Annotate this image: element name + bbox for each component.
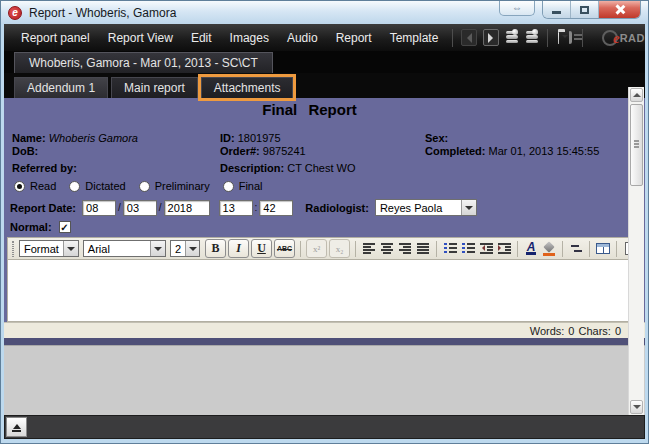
menubar-separator xyxy=(547,29,548,47)
patient-info-grid: Name: Whoberis Gamora DoB: Referred by: … xyxy=(12,132,637,175)
toolbar-grip-handle[interactable] xyxy=(12,241,14,257)
name-label: Name: xyxy=(12,132,46,144)
window-controls xyxy=(543,1,640,18)
order-label: Order#: xyxy=(220,145,260,157)
menu-report-panel[interactable]: Report panel xyxy=(12,31,99,45)
description-value: CT Chest WO xyxy=(287,162,355,174)
patient-study-tab[interactable]: Whoberis, Gamora - Mar 01, 2013 - SC\CT xyxy=(14,52,273,73)
indent-icon xyxy=(498,243,511,254)
menu-report[interactable]: Report xyxy=(327,31,381,45)
menubar-separator xyxy=(452,29,453,47)
menu-template[interactable]: Template xyxy=(381,31,448,45)
radio-read-icon xyxy=(14,181,25,192)
report-time-hour-input[interactable]: 13 xyxy=(219,200,253,216)
outdent-button[interactable] xyxy=(477,240,495,257)
ordered-list-button[interactable] xyxy=(441,240,459,257)
scroll-up-button[interactable] xyxy=(630,88,643,102)
scroll-down-button[interactable] xyxy=(630,400,643,414)
patient-tab-bar: Whoberis, Gamora - Mar 01, 2013 - SC\CT xyxy=(4,51,645,73)
font-color-icon: A xyxy=(526,242,537,255)
expand-panel-button[interactable] xyxy=(6,417,27,437)
chevron-down-icon xyxy=(461,200,476,215)
close-button[interactable] xyxy=(599,1,640,18)
tab-addendum-1[interactable]: Addendum 1 xyxy=(14,77,108,98)
minimize-button[interactable] xyxy=(543,1,571,18)
align-left-button[interactable] xyxy=(360,240,378,257)
radio-final[interactable]: Final xyxy=(223,180,263,192)
radiologist-label: Radiologist: xyxy=(305,202,369,214)
prev-report-button[interactable] xyxy=(461,29,477,46)
scrollbar-thumb[interactable] xyxy=(630,104,643,186)
menu-audio[interactable]: Audio xyxy=(278,31,327,45)
highlight-color-icon xyxy=(543,242,555,256)
normal-checkbox[interactable]: ✓ xyxy=(59,221,71,233)
report-date-year-input[interactable]: 2018 xyxy=(164,200,210,216)
report-date-day-input[interactable]: 08 xyxy=(82,200,116,216)
radiologist-select[interactable]: Reyes Paola xyxy=(375,199,477,216)
erad-app-icon: e xyxy=(8,6,22,20)
menu-report-view[interactable]: Report View xyxy=(99,31,182,45)
chevron-down-icon xyxy=(150,241,165,256)
words-count: 0 xyxy=(568,325,574,337)
maximize-button[interactable] xyxy=(571,1,599,18)
report-time-minute-input[interactable]: 42 xyxy=(259,200,293,216)
strikethrough-button[interactable]: ABC xyxy=(274,239,295,258)
id-label: ID: xyxy=(220,132,235,144)
align-center-button[interactable] xyxy=(378,240,396,257)
indent-button[interactable] xyxy=(495,240,513,257)
documents-icon-button[interactable] xyxy=(569,31,572,44)
radio-preliminary[interactable]: Preliminary xyxy=(139,180,210,192)
format-select[interactable]: Format xyxy=(19,240,79,257)
next-report-icon xyxy=(488,33,498,43)
italic-button[interactable]: I xyxy=(228,239,249,258)
save-final-button[interactable] xyxy=(526,30,538,46)
menu-images[interactable]: Images xyxy=(221,31,278,45)
coin-stack-icon xyxy=(532,29,538,35)
ordered-list-icon xyxy=(444,243,457,254)
id-value: 1801975 xyxy=(238,132,281,144)
tab-attachments[interactable]: Attachments xyxy=(201,77,294,98)
subscript-button[interactable]: x₂ xyxy=(329,239,350,258)
menu-edit[interactable]: Edit xyxy=(182,31,221,45)
prev-report-icon xyxy=(462,33,472,43)
next-report-button[interactable] xyxy=(483,29,499,46)
sex-label: Sex: xyxy=(425,132,448,144)
outdent-icon xyxy=(480,243,493,254)
chevron-down-icon xyxy=(185,241,199,256)
radio-final-icon xyxy=(223,181,234,192)
normal-label: Normal: xyxy=(10,221,52,233)
order-value: 9875241 xyxy=(263,145,306,157)
highlight-color-button[interactable] xyxy=(540,240,558,257)
window-title: Report - Whoberis, Gamora xyxy=(29,6,176,20)
tab-main-report[interactable]: Main report xyxy=(111,77,198,98)
report-body-textarea[interactable] xyxy=(7,260,642,322)
align-right-button[interactable] xyxy=(396,240,414,257)
menu-bar: Report panel Report View Edit Images Aud… xyxy=(4,24,645,51)
save-draft-button[interactable] xyxy=(506,30,518,46)
completed-value: Mar 01, 2013 15:45:55 xyxy=(489,145,600,157)
vertical-scrollbar[interactable] xyxy=(628,87,644,415)
section-divider xyxy=(4,338,645,345)
align-justify-button[interactable] xyxy=(414,240,432,257)
align-center-icon xyxy=(381,243,393,254)
eject-icon xyxy=(13,420,21,429)
horizontal-rule-button[interactable] xyxy=(567,240,585,257)
insert-table-button[interactable] xyxy=(594,240,612,257)
font-size-select[interactable]: 2 xyxy=(170,240,200,257)
radio-dictated[interactable]: Dictated xyxy=(69,180,125,192)
font-color-button[interactable]: A xyxy=(522,240,540,257)
report-title: Final Report xyxy=(4,101,615,118)
underline-button[interactable]: U xyxy=(251,239,272,258)
normal-row: Normal: ✓ xyxy=(10,221,71,233)
bold-button[interactable]: B xyxy=(205,239,226,258)
dock-toggle-button[interactable]: ⇔ xyxy=(499,1,535,16)
words-label: Words: xyxy=(530,325,565,337)
unordered-list-button[interactable] xyxy=(459,240,477,257)
radio-dictated-icon xyxy=(69,181,80,192)
report-date-month-input[interactable]: 03 xyxy=(123,200,157,216)
report-content: Final Report Name: Whoberis Gamora DoB: … xyxy=(4,98,645,415)
radio-read[interactable]: Read xyxy=(14,180,56,192)
font-select[interactable]: Arial xyxy=(83,240,166,257)
align-left-icon xyxy=(363,243,375,254)
superscript-button[interactable]: x² xyxy=(306,239,327,258)
